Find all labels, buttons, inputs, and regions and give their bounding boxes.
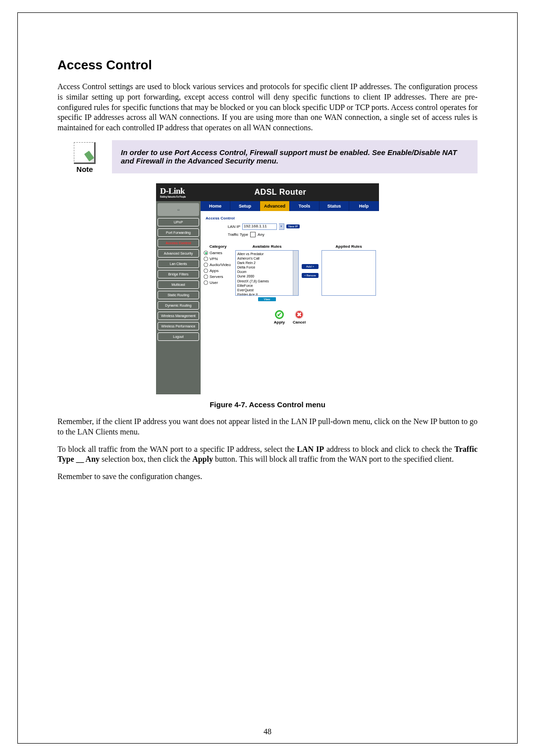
sidebar-item-wireless-performance[interactable]: Wireless Performance bbox=[158, 322, 199, 330]
traffic-type-label: Traffic Type bbox=[220, 232, 248, 237]
check-icon: ✔ bbox=[275, 310, 284, 319]
radio-vpn[interactable] bbox=[204, 257, 208, 261]
category-header: Category bbox=[204, 244, 232, 249]
radio-user[interactable] bbox=[204, 280, 208, 285]
chevron-down-icon[interactable]: ▾ bbox=[279, 223, 284, 230]
tab-tools[interactable]: Tools bbox=[290, 201, 320, 211]
list-item[interactable]: EverQuest bbox=[237, 288, 297, 292]
note-label: Note bbox=[57, 165, 112, 173]
figure-caption: Figure 4-7. Access Control menu bbox=[57, 400, 478, 409]
intro-paragraph: Access Control settings are used to bloc… bbox=[57, 82, 478, 133]
cancel-button[interactable]: ✖ Cancel bbox=[293, 310, 306, 324]
list-item[interactable]: Dune 2000 bbox=[237, 274, 297, 278]
paragraph-save: Remember to save the configuration chang… bbox=[57, 472, 478, 482]
radio-servers[interactable] bbox=[204, 274, 208, 279]
list-item[interactable]: Alien vs Predator bbox=[237, 252, 297, 256]
sidebar-item-dynamic-routing[interactable]: Dynamic Routing bbox=[158, 301, 199, 310]
radio-apps[interactable] bbox=[204, 269, 208, 273]
add-button[interactable]: Add > bbox=[302, 264, 319, 269]
radio-audiovideo[interactable] bbox=[204, 263, 208, 267]
list-item[interactable]: Fighter Ace II bbox=[237, 292, 297, 296]
lan-ip-label: LAN IP bbox=[220, 224, 240, 229]
tab-help[interactable]: Help bbox=[349, 201, 379, 211]
applied-rules-list[interactable] bbox=[321, 250, 376, 296]
radio-games[interactable] bbox=[204, 251, 208, 255]
list-item[interactable]: Delta Force bbox=[237, 265, 297, 270]
section-title: Access Control bbox=[201, 211, 379, 223]
new-ip-button[interactable]: New IP bbox=[286, 224, 300, 228]
list-item[interactable]: EliteForce bbox=[237, 283, 297, 288]
top-tabs: Home Setup Advanced Tools Status Help bbox=[201, 201, 379, 211]
sidebar-item-logout[interactable]: Logout bbox=[158, 332, 199, 341]
view-button[interactable]: View bbox=[258, 297, 276, 301]
page-heading: Access Control bbox=[57, 57, 478, 73]
router-sidebar: ▭ UPnP Port Forwarding Access Control Ad… bbox=[156, 201, 201, 394]
note-text: In order to use Port Access Control, Fir… bbox=[112, 140, 478, 173]
router-title: ADSL Router bbox=[186, 188, 375, 197]
note-block: Note In order to use Port Access Control… bbox=[57, 140, 478, 173]
sidebar-item-advanced-security[interactable]: Advanced Security bbox=[158, 249, 199, 258]
lan-ip-select[interactable]: 192.168.1.11 bbox=[242, 223, 277, 230]
router-logo: D-Link Building Networks For People bbox=[160, 186, 186, 198]
category-list: Games VPN Audio/Video Apps Servers User bbox=[204, 250, 232, 286]
list-item[interactable]: Doom bbox=[237, 270, 297, 274]
traffic-any-label: Any bbox=[258, 232, 265, 237]
paragraph-block-traffic: To block all traffic from the WAN port t… bbox=[57, 444, 478, 465]
tab-home[interactable]: Home bbox=[201, 201, 230, 211]
sidebar-item-wireless-management[interactable]: Wireless Management bbox=[158, 312, 199, 320]
sidebar-item-static-routing[interactable]: Static Routing bbox=[158, 291, 199, 299]
applied-rules-header: Applied Rules bbox=[321, 244, 376, 249]
close-icon: ✖ bbox=[295, 310, 304, 319]
tab-status[interactable]: Status bbox=[320, 201, 349, 211]
sidebar-item-lan-clients[interactable]: Lan Clients bbox=[158, 260, 199, 268]
list-item[interactable]: Dark Rein 2 bbox=[237, 261, 297, 265]
apply-button[interactable]: ✔ Apply bbox=[274, 310, 285, 324]
paragraph-remember-ip: Remember, if the client IP address you w… bbox=[57, 417, 478, 437]
available-rules-list[interactable]: Alien vs Predator Asheron's Call Dark Re… bbox=[235, 250, 299, 296]
page-number: 48 bbox=[18, 727, 517, 736]
note-icon bbox=[74, 142, 96, 164]
sidebar-item-bridge-filters[interactable]: Bridge Filters bbox=[158, 270, 199, 278]
scrollbar[interactable] bbox=[293, 251, 298, 295]
tab-advanced[interactable]: Advanced bbox=[260, 201, 290, 211]
traffic-any-checkbox[interactable] bbox=[250, 232, 256, 237]
list-item[interactable]: DirectX (7,8) Games bbox=[237, 279, 297, 283]
available-rules-header: Available Rules bbox=[235, 244, 299, 249]
sidebar-item-port-forwarding[interactable]: Port Forwarding bbox=[158, 228, 199, 237]
router-device-image: ▭ bbox=[158, 203, 199, 216]
sidebar-item-upnp[interactable]: UPnP bbox=[158, 218, 199, 226]
sidebar-item-multicast[interactable]: Multicast bbox=[158, 280, 199, 289]
tab-setup[interactable]: Setup bbox=[230, 201, 260, 211]
sidebar-item-access-control[interactable]: Access Control bbox=[158, 239, 199, 247]
list-item[interactable]: Asheron's Call bbox=[237, 256, 297, 261]
remove-button[interactable]: < Remove bbox=[302, 273, 319, 278]
router-screenshot: D-Link Building Networks For People ADSL… bbox=[156, 183, 379, 394]
